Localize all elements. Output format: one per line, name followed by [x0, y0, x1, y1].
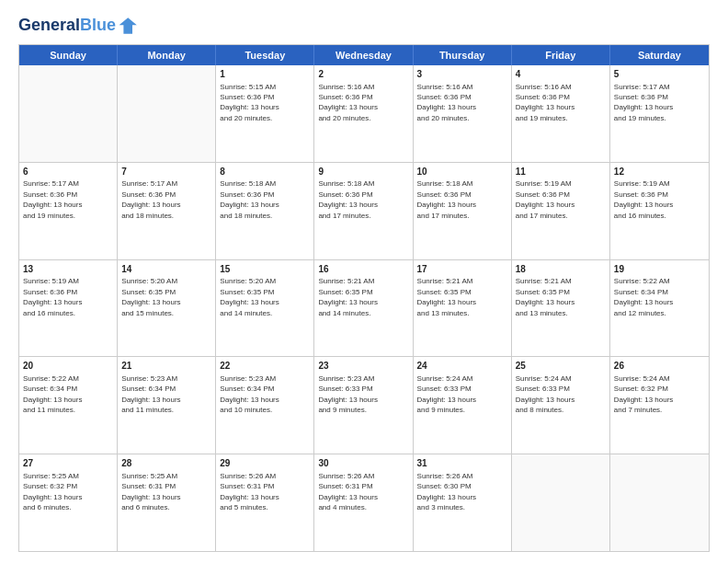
- day-number: 23: [318, 360, 408, 373]
- calendar-row-5: 27Sunrise: 5:25 AM Sunset: 6:32 PM Dayli…: [19, 454, 709, 551]
- day-number: 4: [516, 68, 606, 81]
- calendar-cell-day-28: 28Sunrise: 5:25 AM Sunset: 6:31 PM Dayli…: [118, 454, 216, 551]
- day-info: Sunrise: 5:20 AM Sunset: 6:35 PM Dayligh…: [121, 277, 180, 316]
- calendar-cell-day-14: 14Sunrise: 5:20 AM Sunset: 6:35 PM Dayli…: [118, 260, 216, 357]
- day-number: 15: [220, 263, 310, 276]
- day-info: Sunrise: 5:18 AM Sunset: 6:36 PM Dayligh…: [417, 179, 476, 219]
- calendar-cell-day-30: 30Sunrise: 5:26 AM Sunset: 6:31 PM Dayli…: [314, 454, 413, 551]
- header: GeneralBlue: [18, 15, 710, 37]
- calendar-cell-day-17: 17Sunrise: 5:21 AM Sunset: 6:35 PM Dayli…: [414, 260, 512, 357]
- calendar-cell-day-20: 20Sunrise: 5:22 AM Sunset: 6:34 PM Dayli…: [19, 357, 118, 454]
- day-number: 11: [516, 166, 606, 178]
- calendar-cell-day-15: 15Sunrise: 5:20 AM Sunset: 6:35 PM Dayli…: [216, 260, 314, 357]
- calendar-cell-day-22: 22Sunrise: 5:23 AM Sunset: 6:34 PM Dayli…: [216, 357, 314, 454]
- calendar-cell-day-10: 10Sunrise: 5:18 AM Sunset: 6:36 PM Dayli…: [414, 163, 512, 259]
- day-info: Sunrise: 5:16 AM Sunset: 6:36 PM Dayligh…: [516, 83, 574, 122]
- day-number: 2: [318, 68, 408, 81]
- day-number: 20: [23, 360, 113, 373]
- calendar-cell-day-6: 6Sunrise: 5:17 AM Sunset: 6:36 PM Daylig…: [19, 163, 118, 259]
- calendar-cell-day-24: 24Sunrise: 5:24 AM Sunset: 6:33 PM Dayli…: [414, 357, 512, 454]
- calendar-cell-day-1: 1Sunrise: 5:15 AM Sunset: 6:36 PM Daylig…: [216, 65, 314, 162]
- day-info: Sunrise: 5:17 AM Sunset: 6:36 PM Dayligh…: [614, 83, 673, 122]
- day-info: Sunrise: 5:17 AM Sunset: 6:36 PM Dayligh…: [23, 179, 82, 219]
- header-day-sunday: Sunday: [19, 45, 118, 65]
- day-info: Sunrise: 5:21 AM Sunset: 6:35 PM Dayligh…: [417, 277, 476, 316]
- day-info: Sunrise: 5:24 AM Sunset: 6:33 PM Dayligh…: [417, 374, 476, 414]
- calendar-cell-day-23: 23Sunrise: 5:23 AM Sunset: 6:33 PM Dayli…: [314, 357, 413, 454]
- logo-icon: [118, 15, 140, 37]
- calendar-cell-day-19: 19Sunrise: 5:22 AM Sunset: 6:34 PM Dayli…: [610, 260, 709, 357]
- svg-marker-0: [119, 17, 137, 34]
- day-number: 28: [121, 457, 211, 470]
- day-number: 26: [614, 360, 705, 373]
- calendar-cell-day-5: 5Sunrise: 5:17 AM Sunset: 6:36 PM Daylig…: [610, 65, 709, 162]
- day-info: Sunrise: 5:24 AM Sunset: 6:32 PM Dayligh…: [614, 374, 673, 414]
- day-info: Sunrise: 5:25 AM Sunset: 6:32 PM Dayligh…: [23, 472, 82, 511]
- day-info: Sunrise: 5:18 AM Sunset: 6:36 PM Dayligh…: [318, 179, 377, 219]
- header-day-wednesday: Wednesday: [314, 45, 413, 65]
- day-number: 22: [220, 360, 310, 373]
- day-info: Sunrise: 5:26 AM Sunset: 6:31 PM Dayligh…: [220, 472, 279, 511]
- day-info: Sunrise: 5:22 AM Sunset: 6:34 PM Dayligh…: [614, 277, 673, 316]
- header-day-monday: Monday: [118, 45, 216, 65]
- day-number: 21: [121, 360, 211, 373]
- day-info: Sunrise: 5:17 AM Sunset: 6:36 PM Dayligh…: [121, 179, 180, 219]
- day-number: 12: [614, 166, 705, 178]
- header-day-thursday: Thursday: [414, 45, 512, 65]
- day-number: 7: [121, 166, 211, 178]
- day-number: 6: [23, 166, 113, 178]
- calendar-header: SundayMondayTuesdayWednesdayThursdayFrid…: [19, 45, 709, 65]
- day-number: 14: [121, 263, 211, 276]
- day-number: 16: [318, 263, 408, 276]
- calendar-cell-empty: [512, 454, 610, 551]
- day-number: 5: [614, 68, 705, 81]
- day-number: 17: [417, 263, 507, 276]
- day-info: Sunrise: 5:18 AM Sunset: 6:36 PM Dayligh…: [220, 179, 279, 219]
- calendar-row-1: 1Sunrise: 5:15 AM Sunset: 6:36 PM Daylig…: [19, 65, 709, 163]
- day-info: Sunrise: 5:21 AM Sunset: 6:35 PM Dayligh…: [318, 277, 377, 316]
- calendar-row-3: 13Sunrise: 5:19 AM Sunset: 6:36 PM Dayli…: [19, 260, 709, 358]
- calendar-cell-empty: [19, 65, 118, 162]
- header-day-friday: Friday: [512, 45, 610, 65]
- calendar-cell-day-7: 7Sunrise: 5:17 AM Sunset: 6:36 PM Daylig…: [118, 163, 216, 259]
- day-number: 25: [516, 360, 606, 373]
- calendar-cell-empty: [118, 65, 216, 162]
- day-info: Sunrise: 5:22 AM Sunset: 6:34 PM Dayligh…: [23, 374, 82, 414]
- calendar-cell-day-31: 31Sunrise: 5:26 AM Sunset: 6:30 PM Dayli…: [414, 454, 512, 551]
- calendar-cell-day-8: 8Sunrise: 5:18 AM Sunset: 6:36 PM Daylig…: [216, 163, 314, 259]
- day-info: Sunrise: 5:24 AM Sunset: 6:33 PM Dayligh…: [516, 374, 574, 414]
- calendar-row-2: 6Sunrise: 5:17 AM Sunset: 6:36 PM Daylig…: [19, 163, 709, 260]
- day-info: Sunrise: 5:25 AM Sunset: 6:31 PM Dayligh…: [121, 472, 180, 511]
- day-number: 30: [318, 457, 408, 470]
- calendar-cell-day-27: 27Sunrise: 5:25 AM Sunset: 6:32 PM Dayli…: [19, 454, 118, 551]
- calendar-cell-day-16: 16Sunrise: 5:21 AM Sunset: 6:35 PM Dayli…: [314, 260, 413, 357]
- day-number: 24: [417, 360, 507, 373]
- logo-text: GeneralBlue: [18, 17, 116, 35]
- calendar-cell-day-25: 25Sunrise: 5:24 AM Sunset: 6:33 PM Dayli…: [512, 357, 610, 454]
- day-info: Sunrise: 5:16 AM Sunset: 6:36 PM Dayligh…: [318, 83, 377, 122]
- calendar-cell-day-18: 18Sunrise: 5:21 AM Sunset: 6:35 PM Dayli…: [512, 260, 610, 357]
- calendar-row-4: 20Sunrise: 5:22 AM Sunset: 6:34 PM Dayli…: [19, 357, 709, 454]
- calendar-cell-day-21: 21Sunrise: 5:23 AM Sunset: 6:34 PM Dayli…: [118, 357, 216, 454]
- day-info: Sunrise: 5:19 AM Sunset: 6:36 PM Dayligh…: [614, 179, 673, 219]
- day-number: 18: [516, 263, 606, 276]
- header-day-saturday: Saturday: [610, 45, 709, 65]
- day-info: Sunrise: 5:26 AM Sunset: 6:31 PM Dayligh…: [318, 472, 377, 511]
- day-info: Sunrise: 5:15 AM Sunset: 6:36 PM Dayligh…: [220, 83, 279, 122]
- calendar: SundayMondayTuesdayWednesdayThursdayFrid…: [18, 44, 710, 552]
- day-number: 1: [220, 68, 310, 81]
- day-info: Sunrise: 5:21 AM Sunset: 6:35 PM Dayligh…: [516, 277, 574, 316]
- day-info: Sunrise: 5:20 AM Sunset: 6:35 PM Dayligh…: [220, 277, 279, 316]
- calendar-cell-empty: [610, 454, 709, 551]
- logo: GeneralBlue: [18, 15, 140, 37]
- calendar-body: 1Sunrise: 5:15 AM Sunset: 6:36 PM Daylig…: [19, 65, 709, 551]
- calendar-cell-day-29: 29Sunrise: 5:26 AM Sunset: 6:31 PM Dayli…: [216, 454, 314, 551]
- day-number: 8: [220, 166, 310, 178]
- day-info: Sunrise: 5:26 AM Sunset: 6:30 PM Dayligh…: [417, 472, 476, 511]
- calendar-cell-day-9: 9Sunrise: 5:18 AM Sunset: 6:36 PM Daylig…: [314, 163, 413, 259]
- calendar-cell-day-2: 2Sunrise: 5:16 AM Sunset: 6:36 PM Daylig…: [314, 65, 413, 162]
- calendar-cell-day-11: 11Sunrise: 5:19 AM Sunset: 6:36 PM Dayli…: [512, 163, 610, 259]
- day-number: 27: [23, 457, 113, 470]
- day-number: 3: [417, 68, 507, 81]
- day-info: Sunrise: 5:23 AM Sunset: 6:34 PM Dayligh…: [220, 374, 279, 414]
